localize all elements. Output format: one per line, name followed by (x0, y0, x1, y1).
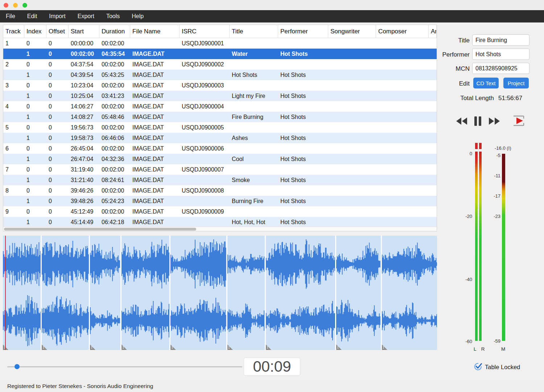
menu-item-edit[interactable]: Edit (27, 13, 37, 20)
waveform-segment-track-7[interactable]: 1 (266, 236, 335, 350)
close-button[interactable] (4, 3, 8, 8)
column-header-arr[interactable]: Arr (429, 25, 437, 38)
table-cell: 00:00:00 (69, 38, 99, 49)
waveform-segment-track-4[interactable]: 1 (121, 236, 169, 350)
track-start-marker: 1 (266, 344, 271, 350)
table-cell: 00:02:00 (99, 59, 130, 70)
total-length-label: Total Length (451, 95, 494, 102)
table-cell: 1 (24, 175, 46, 185)
zoom-button[interactable] (22, 3, 27, 8)
table-row[interactable]: 1045:14:4906:42:18IMAGE.DATHot, Hot, Hot… (3, 217, 437, 227)
table-cell: Light my Fire (230, 91, 278, 101)
menu-item-export[interactable]: Export (78, 13, 94, 20)
title-label: Title (438, 37, 470, 44)
table-row[interactable]: 30010:23:0400:02:00IMAGE.DATUSQDJ0900003 (3, 80, 437, 91)
table-cell (376, 154, 429, 164)
cd-text-button[interactable]: CD Text (473, 78, 499, 88)
minimize-button[interactable] (13, 3, 18, 8)
table-row[interactable]: 1004:39:5405:43:25IMAGE.DATHot ShotsHot … (3, 70, 437, 80)
table-row[interactable]: 1039:48:2605:24:23IMAGE.DATBurning FireH… (3, 196, 437, 206)
table-row[interactable]: 20004:37:5400:02:00IMAGE.DATUSQDJ0900002 (3, 59, 437, 70)
table-cell: 08:24:61 (99, 175, 130, 185)
column-header-duration[interactable]: Duration (99, 25, 130, 38)
column-header-isrc[interactable]: ISRC (180, 25, 230, 38)
table-cell (328, 217, 376, 227)
table-row[interactable]: 40014:06:2700:02:00IMAGE.DATUSQDJ0900004 (3, 101, 437, 112)
waveform-left-channel (3, 237, 41, 292)
table-cell: 7 (3, 164, 24, 175)
table-cell (230, 122, 278, 133)
table-row[interactable]: 70031:19:4000:02:00IMAGE.DATUSQDJ0900007 (3, 164, 437, 175)
fast-forward-button[interactable] (488, 117, 500, 125)
menu-item-import[interactable]: Import (49, 13, 65, 20)
table-row[interactable]: 10000:00:0000:02:00USQDJ0900001 (3, 38, 437, 49)
pause-button[interactable] (474, 116, 482, 127)
play-from-marker-button[interactable] (511, 115, 526, 127)
table-row[interactable]: 60026:45:0400:02:00IMAGE.DATUSQDJ0900006 (3, 143, 437, 154)
column-header-songwriter[interactable]: Songwriter (328, 25, 376, 38)
table-cell: Smoke (230, 175, 278, 185)
waveform-segment-track-2[interactable]: 1 (42, 236, 89, 350)
table-cell (180, 175, 230, 185)
table-row[interactable]: 1000:02:0004:35:54IMAGE.DATWaterHot Shot… (3, 49, 437, 59)
table-cell: 1 (24, 133, 46, 143)
title-input[interactable] (472, 34, 529, 46)
table-row[interactable]: 1026:47:0404:32:36IMAGE.DATCoolHot Shots (3, 154, 437, 164)
table-cell: 6 (3, 143, 24, 154)
mcn-input[interactable] (472, 63, 529, 74)
menu-item-file[interactable]: File (6, 13, 15, 20)
table-locked-checkbox[interactable] (474, 362, 482, 372)
table-cell (376, 49, 429, 59)
table-row[interactable]: 1010:25:0403:41:23IMAGE.DATLight my Fire… (3, 91, 437, 101)
project-button[interactable]: Project (503, 78, 529, 88)
horizontal-scrollbar[interactable] (3, 227, 437, 231)
table-row[interactable]: 1014:08:2705:48:46IMAGE.DATFire BurningH… (3, 112, 437, 122)
seek-slider-thumb[interactable] (15, 364, 20, 369)
waveform-right-channel (121, 293, 169, 348)
waveform-segment-track-9[interactable]: 1 (382, 236, 437, 350)
column-header-composer[interactable]: Composer (376, 25, 429, 38)
performer-input[interactable] (472, 49, 529, 60)
column-header-track[interactable]: Track (3, 25, 24, 38)
waveform-segment-track-1[interactable]: 1 (3, 236, 41, 350)
scrollbar-thumb[interactable] (4, 228, 196, 231)
waveform-segment-track-8[interactable]: 1 (336, 236, 381, 350)
track-start-marker: 1 (42, 344, 47, 350)
column-header-offset[interactable]: Offset (46, 25, 69, 38)
table-row[interactable]: 50019:56:7300:02:00IMAGE.DATUSQDJ0900005 (3, 122, 437, 133)
mid-scale-11: -11 (489, 173, 500, 178)
table-cell: 0 (46, 143, 69, 154)
table-row[interactable]: 1031:21:4008:24:61IMAGE.DATSmokeHot Shot… (3, 175, 437, 185)
column-header-file-name[interactable]: File Name (130, 25, 180, 38)
rewind-button[interactable] (456, 117, 468, 125)
seek-slider[interactable] (7, 366, 242, 367)
table-cell: 06:42:18 (99, 217, 130, 227)
waveform-segment-track-6[interactable]: 1 (227, 236, 265, 350)
performer-label: Performer (438, 51, 470, 58)
waveform-segment-track-5[interactable]: 1 (170, 236, 226, 350)
waveform-right-channel (382, 293, 437, 348)
table-cell: 05:43:25 (99, 70, 130, 80)
table-cell: 0 (46, 133, 69, 143)
column-header-performer[interactable]: Performer (278, 25, 328, 38)
table-row[interactable]: 1019:58:7306:46:06IMAGE.DATAshesHot Shot… (3, 133, 437, 143)
waveform-segment-track-3[interactable]: 1 (90, 236, 120, 350)
table-cell (230, 101, 278, 112)
table-cell (3, 175, 24, 185)
table-cell: IMAGE.DAT (130, 59, 180, 70)
playhead-cursor[interactable] (5, 236, 6, 350)
menu-item-tools[interactable]: Tools (106, 13, 120, 20)
table-cell: IMAGE.DAT (130, 80, 180, 91)
column-header-start[interactable]: Start (69, 25, 99, 38)
column-header-index[interactable]: Index (24, 25, 46, 38)
table-cell (278, 164, 328, 175)
menu-item-help[interactable]: Help (132, 13, 144, 20)
table-cell (328, 185, 376, 196)
table-row[interactable]: 90045:12:4900:02:00IMAGE.DATUSQDJ0900009 (3, 206, 437, 217)
table-row[interactable]: 80039:46:2600:02:00IMAGE.DATUSQDJ0900008 (3, 185, 437, 196)
column-header-title[interactable]: Title (230, 25, 278, 38)
table-cell: Hot Shots (278, 133, 328, 143)
table-cell (278, 59, 328, 70)
table-cell: 26:47:04 (69, 154, 99, 164)
waveform-view[interactable]: 111111111 (3, 236, 437, 350)
